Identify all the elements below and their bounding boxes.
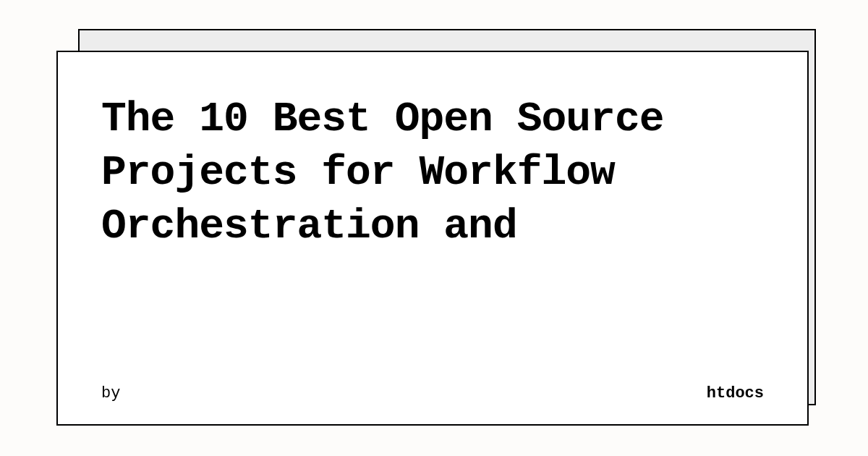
brand-label: htdocs <box>707 384 764 402</box>
card: The 10 Best Open Source Projects for Wor… <box>56 51 809 426</box>
author-by-label: by <box>101 384 120 402</box>
card-title: The 10 Best Open Source Projects for Wor… <box>101 93 764 370</box>
card-footer: by htdocs <box>101 384 764 402</box>
